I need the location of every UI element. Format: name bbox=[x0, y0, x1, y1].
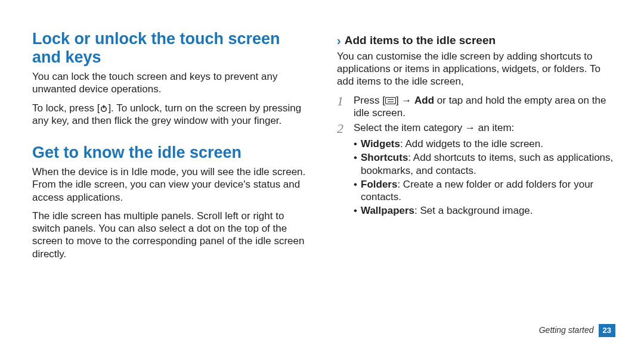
list-item: Widgets: Add widgets to the idle screen. bbox=[354, 138, 615, 150]
para-lock-howto: To lock, press []. To unlock, turn on th… bbox=[32, 102, 311, 127]
para-lock-intro: You can lock the touch screen and keys t… bbox=[32, 70, 311, 96]
menu-icon bbox=[385, 97, 396, 104]
step-body: Select the item category → an item: bbox=[354, 121, 615, 135]
section-title: Getting started bbox=[539, 325, 594, 336]
para-add-intro: You can customise the idle screen by add… bbox=[337, 50, 615, 88]
step-body: Press [] → Add or tap and hold the empty… bbox=[354, 94, 615, 120]
svg-rect-2 bbox=[385, 98, 395, 104]
page-number-badge: 23 bbox=[599, 324, 615, 337]
subheading-add-items: › Add items to the idle screen bbox=[337, 33, 615, 48]
list-item: Shortcuts: Add shortcuts to items, such … bbox=[354, 151, 615, 177]
para-idle-panels: The idle screen has multiple panels. Scr… bbox=[32, 210, 311, 260]
step-number: 1 bbox=[337, 94, 348, 120]
step-1: 1 Press [] → Add or tap and hold the emp… bbox=[337, 94, 615, 120]
item-category-list: Widgets: Add widgets to the idle screen.… bbox=[337, 138, 615, 217]
list-item: Folders: Create a new folder or add fold… bbox=[354, 178, 615, 204]
heading-lock-unlock: Lock or unlock the touch screen and keys bbox=[32, 30, 311, 67]
left-column: Lock or unlock the touch screen and keys… bbox=[32, 30, 324, 310]
page-footer: Getting started 23 bbox=[539, 324, 615, 337]
manual-page: Lock or unlock the touch screen and keys… bbox=[0, 0, 644, 322]
chevron-icon: › bbox=[337, 35, 341, 46]
power-icon bbox=[100, 104, 108, 113]
step-number: 2 bbox=[337, 121, 348, 135]
heading-idle-screen: Get to know the idle screen bbox=[32, 144, 311, 162]
list-item: Wallpapers: Set a background image. bbox=[354, 204, 615, 217]
right-column: › Add items to the idle screen You can c… bbox=[324, 30, 615, 310]
para-idle-intro: When the device is in Idle mode, you wil… bbox=[32, 166, 311, 204]
step-2: 2 Select the item category → an item: bbox=[337, 121, 615, 135]
